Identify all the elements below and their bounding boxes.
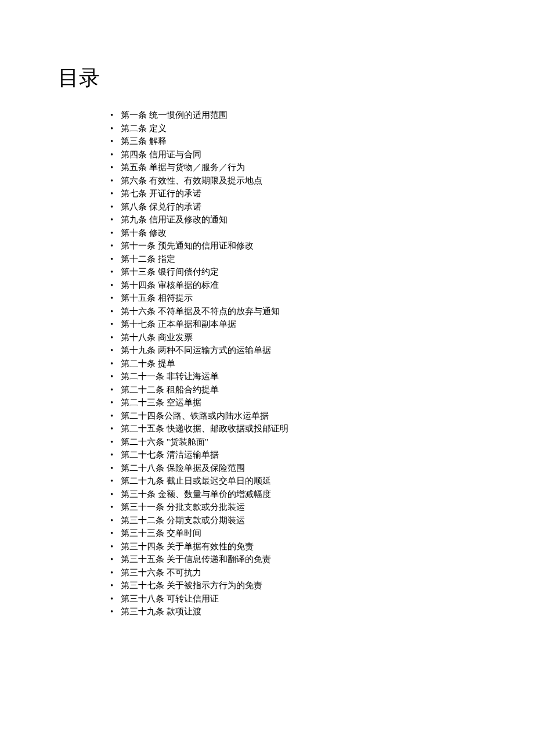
toc-item: 第二十六条 "货装舱面" bbox=[110, 435, 534, 449]
toc-item: 第三十八条 可转让信用证 bbox=[110, 592, 534, 606]
toc-item: 第二十七条 清洁运输单据 bbox=[110, 448, 534, 462]
toc-item: 第三十七条 关于被指示方行为的免责 bbox=[110, 579, 534, 592]
toc-item: 第五条 单据与货物／服务／行为 bbox=[110, 161, 534, 174]
toc-item: 第三十二条 分期支款或分期装运 bbox=[110, 514, 534, 527]
toc-item: 第三十四条 关于单据有效性的免责 bbox=[110, 540, 534, 553]
toc-item: 第十二条 指定 bbox=[110, 253, 534, 266]
toc-item: 第二十一条 非转让海运单 bbox=[110, 370, 534, 383]
toc-item: 第九条 信用证及修改的通知 bbox=[110, 213, 534, 226]
toc-item: 第八条 保兑行的承诺 bbox=[110, 200, 534, 214]
toc-item: 第十八条 商业发票 bbox=[110, 331, 534, 344]
toc-item: 第二十三条 空运单据 bbox=[110, 396, 534, 409]
toc-item: 第二十二条 租船合约提单 bbox=[110, 383, 534, 397]
toc-item: 第十六条 不符单据及不符点的放弃与通知 bbox=[110, 305, 534, 318]
toc-item: 第三十三条 交单时间 bbox=[110, 527, 534, 540]
page-title: 目录 bbox=[58, 64, 534, 92]
toc-item: 第三十条 金额、数量与单价的增减幅度 bbox=[110, 488, 534, 501]
toc-item: 第十一条 预先通知的信用证和修改 bbox=[110, 239, 534, 253]
toc-item: 第七条 开证行的承诺 bbox=[110, 187, 534, 200]
toc-item: 第二十条 提单 bbox=[110, 357, 534, 370]
toc-item: 第四条 信用证与合同 bbox=[110, 148, 534, 161]
toc-item: 第二条 定义 bbox=[110, 122, 534, 135]
toc-item: 第二十四条公路、铁路或内陆水运单据 bbox=[110, 409, 534, 423]
toc-item: 第十五条 相符提示 bbox=[110, 291, 534, 305]
toc-item: 第三十五条 关于信息传递和翻译的免责 bbox=[110, 553, 534, 566]
toc-item: 第六条 有效性、有效期限及提示地点 bbox=[110, 174, 534, 188]
toc-item: 第十条 修改 bbox=[110, 226, 534, 240]
toc-item: 第三条 解释 bbox=[110, 135, 534, 148]
toc-item: 第二十八条 保险单据及保险范围 bbox=[110, 462, 534, 475]
toc-list: 第一条 统一惯例的适用范围 第二条 定义 第三条 解释 第四条 信用证与合同 第… bbox=[58, 109, 534, 618]
toc-item: 第三十六条 不可抗力 bbox=[110, 566, 534, 579]
toc-item: 第三十一条 分批支款或分批装运 bbox=[110, 501, 534, 514]
toc-item: 第一条 统一惯例的适用范围 bbox=[110, 109, 534, 122]
toc-item: 第十七条 正本单据和副本单据 bbox=[110, 318, 534, 331]
toc-item: 第二十五条 快递收据、邮政收据或投邮证明 bbox=[110, 422, 534, 435]
toc-item: 第二十九条 截止日或最迟交单日的顺延 bbox=[110, 474, 534, 488]
toc-item: 第十四条 审核单据的标准 bbox=[110, 279, 534, 292]
toc-item: 第十九条 两种不同运输方式的运输单据 bbox=[110, 344, 534, 357]
toc-item: 第三十九条 款项让渡 bbox=[110, 605, 534, 618]
toc-item: 第十三条 银行间偿付约定 bbox=[110, 265, 534, 279]
